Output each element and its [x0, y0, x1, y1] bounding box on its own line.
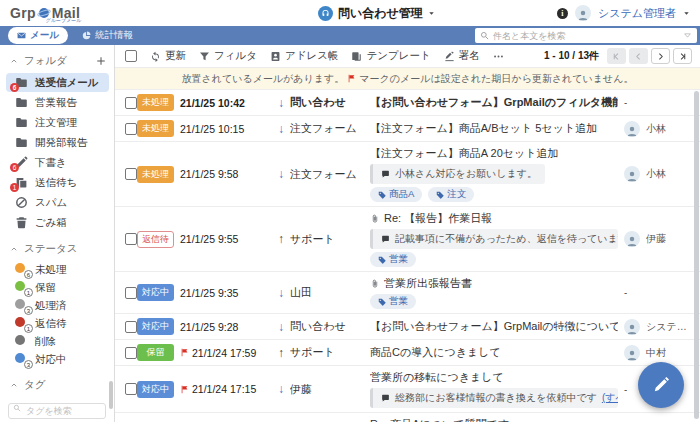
status-badge: 未処理	[137, 166, 174, 183]
folders-section-header[interactable]: フォルダ	[0, 45, 114, 73]
email-checkbox[interactable]	[125, 383, 137, 395]
sidebar-folder-item[interactable]: 6下書き	[6, 153, 109, 172]
trash-icon	[15, 216, 28, 229]
user-avatar[interactable]	[575, 5, 591, 21]
info-icon[interactable]: i	[557, 8, 568, 19]
filter-button[interactable]: フィルタ	[199, 49, 257, 63]
email-checkbox[interactable]	[125, 233, 137, 245]
status-count-badge: 3	[24, 306, 33, 315]
email-row[interactable]: 未処理21/1/25 10:15↓注文フォーム【注文フォーム】商品A/Bセット …	[115, 116, 700, 142]
sidebar-folder-item[interactable]: 営業報告	[6, 93, 109, 112]
email-row[interactable]: 処理済21/1/24 16:45↑サポートRe: 商品Aについて質問です商品A質…	[115, 413, 700, 422]
first-page-button[interactable]	[607, 48, 626, 64]
show-all-link[interactable]: (すべて表示)	[602, 391, 618, 405]
email-row[interactable]: 対応中21/1/25 9:35↓山田営業所出張報告書営業-	[115, 272, 700, 314]
mail-toolbar: 更新フィルタアドレス帳テンプレート署名 1 - 10 / 13件	[115, 45, 700, 68]
sidebar-status-item[interactable]: 3処理済	[6, 297, 109, 314]
sidebar-folder-item[interactable]: スパム	[6, 193, 109, 212]
sidebar-status-item[interactable]: 1返信待	[6, 315, 109, 332]
email-sender: 伊藤	[290, 382, 370, 397]
signature-icon	[444, 51, 455, 62]
email-row[interactable]: 未処理21/1/25 10:42↓問い合わせ【お問い合わせフォーム】GrpMai…	[115, 90, 700, 116]
assignee-avatar	[624, 121, 640, 137]
list-scrollbar[interactable]	[694, 91, 699, 419]
tab-statistics[interactable]: 統計情報	[82, 29, 133, 42]
assignee-cell: 小林	[622, 166, 700, 182]
email-row[interactable]: 未処理21/1/25 9:58↓注文フォーム【注文フォーム】商品A 20セット追…	[115, 142, 700, 207]
tag-search-input[interactable]	[8, 403, 106, 419]
status-count-badge: 6	[24, 270, 33, 279]
status-label: 保留	[35, 281, 56, 295]
app-switcher-menu[interactable]: 問い合わせ管理	[318, 0, 435, 26]
search-input[interactable]	[493, 31, 679, 41]
email-row[interactable]: 対応中21/1/24 17:15↓伊藤営業所の移転につきまして総務部にお客様情報…	[115, 366, 700, 413]
address-book-button[interactable]: アドレス帳	[270, 49, 338, 63]
email-tags: 営業	[370, 294, 618, 309]
tag-search	[8, 400, 106, 419]
sidebar-folder-item[interactable]: 1送信待ち	[6, 173, 109, 192]
tag-icon	[378, 191, 386, 199]
received-arrow-icon: ↓	[272, 122, 290, 136]
email-tag[interactable]: 商品A	[370, 187, 422, 202]
sidebar-status-item[interactable]: 6未処理	[6, 261, 109, 278]
email-subject: 営業所出張報告書	[370, 276, 618, 291]
email-subject: 【お問い合わせフォーム】GrpMailの特徴について質問があります	[370, 319, 618, 334]
email-comment: 記載事項に不備があったため、返信を待っています(すべて表示)	[370, 229, 618, 249]
select-all-checkbox[interactable]	[125, 50, 137, 62]
sidebar-folder-item[interactable]: 開発部報告	[6, 133, 109, 152]
email-row[interactable]: 返信待21/1/25 9:55↑サポートRe: 【報告】作業日報記載事項に不備が…	[115, 207, 700, 272]
sidebar-folder-item[interactable]: 注文管理	[6, 113, 109, 132]
more-icon	[493, 51, 504, 62]
email-subject: 【注文フォーム】商品A 20セット追加	[370, 146, 618, 161]
last-page-button[interactable]	[673, 48, 692, 64]
tags-section-header[interactable]: タグ	[0, 369, 114, 397]
template-button[interactable]: テンプレート	[351, 49, 430, 63]
app-menu-label: 問い合わせ管理	[338, 5, 423, 22]
email-checkbox[interactable]	[125, 123, 137, 135]
next-page-button[interactable]	[651, 48, 670, 64]
more-button[interactable]	[493, 51, 504, 62]
email-row[interactable]: 保留21/1/24 17:59↑サポート商品Cの導入につきまして中村	[115, 340, 700, 366]
status-badge: 返信待	[137, 231, 174, 248]
tab-mail[interactable]: メール	[8, 27, 68, 44]
email-date: 21/1/25 9:55	[180, 233, 272, 245]
search-options-caret-icon[interactable]	[683, 31, 692, 40]
address-book-icon	[270, 51, 281, 62]
email-checkbox[interactable]	[125, 321, 137, 333]
refresh-button[interactable]: 更新	[150, 49, 186, 63]
email-tag-label: 営業	[389, 253, 408, 266]
status-section-header[interactable]: ステータス	[0, 233, 114, 261]
assignee-cell: 小林	[622, 121, 700, 137]
comment-icon	[381, 235, 390, 244]
neglected-mail-banner: 放置されているメールがあります。 マークのメールは設定された期日から更新されてい…	[115, 68, 700, 90]
sidebar-status-item[interactable]: 3対応中	[6, 351, 109, 368]
unread-count-badge: 6	[10, 163, 19, 172]
email-checkbox[interactable]	[125, 287, 137, 299]
status-badge: 未処理	[137, 94, 174, 111]
sidebar-status-item[interactable]: 削除	[6, 333, 109, 350]
email-tag[interactable]: 営業	[370, 252, 416, 267]
status-badge: 対応中	[137, 318, 174, 335]
add-folder-button[interactable]	[96, 56, 106, 66]
sidebar-folder-item[interactable]: 6送受信メール	[6, 73, 109, 92]
folder-label: 下書き	[35, 156, 67, 170]
logo-text-grp: Grp	[10, 5, 36, 21]
email-checkbox[interactable]	[125, 97, 137, 109]
email-date: 21/1/24 17:15	[180, 383, 272, 395]
sidebar-scrollbar[interactable]	[109, 381, 113, 409]
email-tag[interactable]: 営業	[370, 294, 416, 309]
prev-page-button[interactable]	[629, 48, 648, 64]
compose-button[interactable]	[638, 362, 684, 408]
email-date: 21/1/25 9:58	[180, 168, 272, 180]
signature-button[interactable]: 署名	[444, 49, 480, 63]
sidebar-status-item[interactable]: 1保留	[6, 279, 109, 296]
tags-title: タグ	[24, 378, 46, 392]
sidebar-folder-item[interactable]: ごみ箱	[6, 213, 109, 232]
email-checkbox[interactable]	[125, 347, 137, 359]
user-name[interactable]: システム管理者	[598, 6, 676, 21]
email-tag[interactable]: 注文	[428, 187, 474, 202]
folder-label: 送受信メール	[35, 76, 99, 90]
app-header: Grp Mail グループメール 問い合わせ管理 i システム管理者	[0, 0, 700, 26]
email-checkbox[interactable]	[125, 168, 137, 180]
email-row[interactable]: 対応中21/1/25 9:28↓問い合わせ【お問い合わせフォーム】GrpMail…	[115, 314, 700, 340]
